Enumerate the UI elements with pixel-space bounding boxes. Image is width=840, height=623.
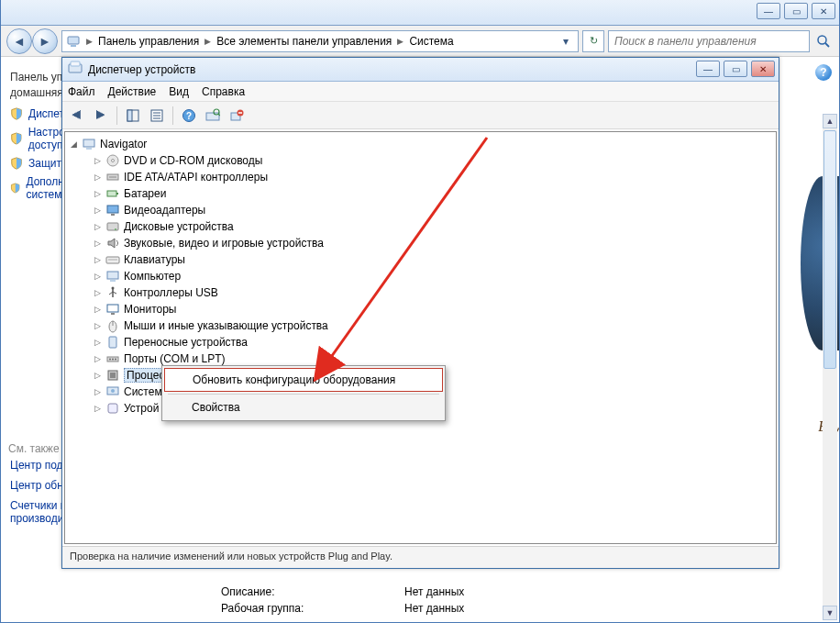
context-menu: Обновить конфигурацию оборудования Свойс… (161, 365, 446, 421)
nav-back-button[interactable]: ◄ (6, 28, 32, 54)
device-manager-window: Диспетчер устройств — ▭ ✕ Файл Действие … (61, 57, 779, 569)
dm-titlebar[interactable]: Диспетчер устройств — ▭ ✕ (62, 58, 779, 82)
breadcrumb-item[interactable]: Панель управления (98, 35, 199, 48)
tree-item[interactable]: ▷Звуковые, видео и игровые устройства (91, 235, 774, 251)
svg-text:?: ? (186, 111, 192, 121)
breadcrumb-item[interactable]: Все элементы панели управления (216, 35, 392, 48)
svg-rect-35 (110, 280, 116, 282)
dm-minimize-button[interactable]: — (696, 61, 720, 77)
svg-rect-28 (107, 206, 118, 213)
collapse-icon[interactable]: ◢ (69, 139, 78, 149)
menu-view[interactable]: Вид (169, 85, 189, 98)
tree-item-label: Звуковые, видео и игровые устройства (124, 237, 324, 250)
outer-maximize-button[interactable]: ▭ (784, 3, 808, 19)
tree-item-label: Устрой (124, 402, 159, 415)
tree-item-label: Клавиатуры (124, 253, 185, 266)
dm-maximize-button[interactable]: ▭ (724, 61, 747, 77)
svg-rect-20 (83, 139, 94, 147)
expand-icon[interactable]: ▷ (93, 354, 102, 363)
tree-item[interactable]: ▷Видеоадаптеры (91, 202, 774, 218)
display-icon (105, 203, 120, 217)
search-input[interactable] (613, 34, 805, 49)
menu-help[interactable]: Справка (202, 85, 245, 98)
expand-icon[interactable]: ▷ (93, 222, 102, 231)
tree-item[interactable]: ▷DVD и CD-ROM дисководы (91, 152, 774, 169)
ctx-item-scan-hardware[interactable]: Обновить конфигурацию оборудования (164, 368, 443, 392)
breadcrumb-item[interactable]: Система (409, 35, 453, 48)
toolbar-help-button[interactable]: ? (178, 105, 200, 127)
sound-icon (105, 236, 120, 250)
outer-scrollbar[interactable]: ▲ ▼ (823, 114, 837, 620)
nav-forward-button[interactable]: ► (32, 28, 58, 54)
tree-item-label: IDE ATA/ATAPI контроллеры (124, 171, 268, 184)
svg-rect-41 (111, 313, 115, 315)
refresh-button[interactable]: ↻ (582, 30, 604, 52)
tree-item[interactable]: ▷Батареи (91, 185, 774, 202)
toolbar-back-button[interactable]: ⯇ (66, 105, 88, 127)
toolbar-uninstall-button[interactable] (226, 105, 248, 127)
expand-icon[interactable]: ▷ (93, 189, 102, 198)
svg-point-23 (112, 160, 115, 162)
expand-icon[interactable]: ▷ (93, 338, 102, 347)
tree-item-label: Мониторы (124, 303, 176, 316)
status-text: Проверка на наличие изменений или новых … (70, 551, 392, 562)
menu-action[interactable]: Действие (108, 85, 157, 98)
toolbar-forward-button[interactable]: ⯈ (90, 105, 112, 127)
computer-icon (66, 34, 81, 49)
breadcrumb-dropdown-button[interactable]: ▾ (558, 35, 574, 48)
tree-item[interactable]: ▷Мыши и иные указывающие устройства (91, 317, 774, 334)
svg-point-2 (818, 36, 826, 44)
shield-icon (10, 132, 23, 145)
expand-icon[interactable]: ▷ (93, 371, 102, 380)
expand-icon[interactable]: ▷ (93, 206, 102, 215)
tree-item[interactable]: ▷IDE ATA/ATAPI контроллеры (91, 169, 774, 185)
menu-file[interactable]: Файл (68, 85, 95, 98)
dm-close-button[interactable]: ✕ (751, 61, 775, 77)
svg-rect-26 (107, 191, 116, 196)
tree-root-label: Navigator (100, 138, 147, 150)
outer-close-button[interactable]: ✕ (812, 3, 835, 19)
outer-minimize-button[interactable]: — (757, 3, 780, 19)
help-icon[interactable]: ? (815, 64, 832, 81)
shield-icon (10, 182, 20, 195)
toolbar-scan-button[interactable] (202, 105, 224, 127)
expand-icon[interactable]: ▷ (93, 387, 102, 396)
svg-rect-5 (71, 61, 80, 66)
expand-icon[interactable]: ▷ (93, 288, 102, 297)
tree-root[interactable]: ◢ Navigator (67, 136, 774, 152)
dm-tree-panel[interactable]: ◢ Navigator ▷DVD и CD-ROM дисководы▷IDE … (64, 131, 777, 544)
monitor-icon (105, 302, 120, 317)
expand-icon[interactable]: ▷ (93, 305, 102, 314)
scroll-up-button[interactable]: ▲ (823, 114, 837, 128)
svg-rect-30 (107, 223, 118, 230)
tree-item-label: Переносные устройства (124, 336, 248, 349)
expand-icon[interactable]: ▷ (93, 239, 102, 248)
tree-item[interactable]: ▷Компьютер (91, 268, 774, 284)
toolbar-showhide-button[interactable] (122, 105, 144, 127)
mouse-icon (105, 318, 120, 333)
expand-icon[interactable]: ▷ (93, 321, 102, 330)
tree-item[interactable]: ▷Контроллеры USB (91, 284, 774, 301)
expand-icon[interactable]: ▷ (93, 404, 102, 413)
svg-rect-53 (108, 404, 117, 413)
tree-item[interactable]: ▷Клавиатуры (91, 251, 774, 268)
tree-item-label: Контроллеры USB (124, 286, 218, 299)
breadcrumb-bar[interactable]: ▶ Панель управления ▶ Все элементы панел… (61, 30, 579, 52)
tree-item[interactable]: ▷Мониторы (91, 301, 774, 317)
tree-item-label: Порты (COM и LPT) (124, 352, 226, 365)
dm-toolbar: ⯇ ⯈ ? (62, 102, 779, 129)
tree-item[interactable]: ▷Переносные устройства (91, 334, 774, 350)
expand-icon[interactable]: ▷ (93, 255, 102, 264)
svg-point-48 (115, 359, 116, 361)
chevron-right-icon: ▶ (204, 37, 211, 46)
scroll-thumb[interactable] (823, 130, 836, 369)
scroll-down-button[interactable]: ▼ (823, 606, 837, 620)
toolbar-properties-button[interactable] (146, 105, 168, 127)
search-icon[interactable] (813, 31, 834, 51)
expand-icon[interactable]: ▷ (93, 172, 102, 182)
expand-icon[interactable]: ▷ (93, 272, 102, 281)
ctx-item-properties[interactable]: Свойства (164, 396, 443, 418)
expand-icon[interactable]: ▷ (93, 156, 102, 165)
search-box[interactable] (608, 30, 810, 52)
tree-item[interactable]: ▷Дисковые устройства (91, 218, 774, 235)
